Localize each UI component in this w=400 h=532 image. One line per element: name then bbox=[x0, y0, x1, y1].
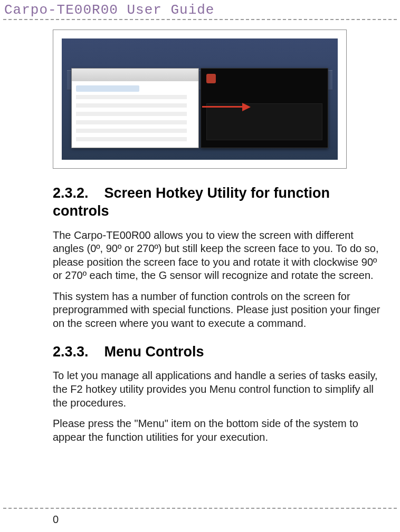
page-number: 0 bbox=[53, 514, 59, 526]
figure-icon bbox=[285, 107, 301, 136]
figure-icon bbox=[228, 107, 244, 136]
paragraph: This system has a number of function con… bbox=[53, 290, 385, 331]
section-title: Menu Controls bbox=[104, 344, 204, 360]
section-heading-233: 2.3.3. Menu Controls bbox=[53, 343, 385, 361]
section-number: 2.3.3. bbox=[53, 343, 100, 361]
figure-right-dark-window bbox=[201, 68, 328, 148]
page-content: 2.3.2. Screen Hotkey Utility for functio… bbox=[0, 20, 400, 457]
figure-background bbox=[62, 38, 338, 160]
figure-browser-body bbox=[72, 81, 198, 148]
figure-screen-rotation bbox=[53, 30, 347, 169]
paragraph: The Carpo-TE00R00 allows you to view the… bbox=[53, 229, 385, 283]
paragraph: Please press the "Menu" item on the bott… bbox=[53, 417, 385, 444]
figure-icon bbox=[209, 107, 225, 136]
section-heading-232: 2.3.2. Screen Hotkey Utility for functio… bbox=[53, 185, 385, 220]
arrow-line-icon bbox=[202, 106, 243, 108]
figure-icon bbox=[303, 107, 319, 136]
page-header-title: Carpo-TE00R00 User Guide bbox=[0, 0, 400, 19]
figure-icon bbox=[266, 107, 282, 136]
section-number: 2.3.2. bbox=[53, 185, 100, 202]
arrow-head-icon bbox=[242, 103, 251, 111]
figure-dark-window-icons bbox=[209, 107, 319, 136]
figure-left-browser-window bbox=[71, 68, 199, 148]
footer-divider bbox=[3, 508, 397, 509]
paragraph: To let you manage all applications and h… bbox=[53, 369, 385, 410]
figure-browser-toolbar bbox=[72, 69, 198, 82]
